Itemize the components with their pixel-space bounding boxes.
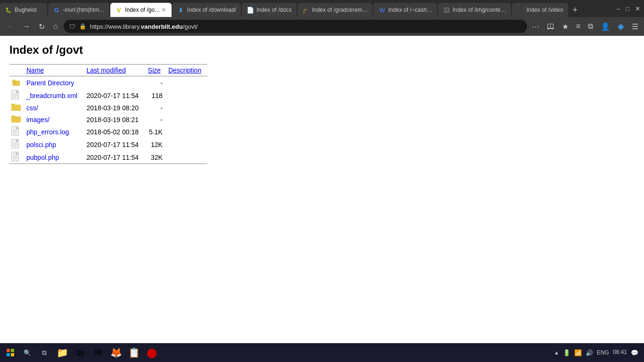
row-size-cell: - xyxy=(146,114,166,125)
sort-by-size-link[interactable]: Size xyxy=(148,66,161,74)
parent-dir-icon: ↑ xyxy=(11,81,21,88)
pocket-button[interactable]: 🕮 xyxy=(545,20,556,33)
tab-tab9[interactable]: IIndex of /video xyxy=(512,3,568,17)
row-modified-cell: 2018-03-19 08:21 xyxy=(85,114,146,125)
close-button[interactable]: ✕ xyxy=(635,5,640,12)
synced-tabs-icon[interactable]: ⧉ xyxy=(586,20,595,33)
tab-tab1[interactable]: 🐛Bugheist xyxy=(0,3,47,17)
firefox-icon: 🦊 xyxy=(110,347,122,358)
row-icon-cell xyxy=(9,102,25,114)
app7-icon: 📋 xyxy=(128,347,140,358)
th-name: Name xyxy=(25,65,85,76)
account-icon[interactable]: 👤 xyxy=(599,20,612,33)
shield-icon: 🛡 xyxy=(69,23,75,30)
row-description-cell xyxy=(166,151,207,164)
taskbar-store-button[interactable]: 🛍 xyxy=(72,344,89,361)
forward-button[interactable]: → xyxy=(20,20,33,33)
reload-button[interactable]: ↻ xyxy=(36,20,48,33)
row-name-cell: css/ xyxy=(25,102,85,114)
menu-button[interactable]: ☰ xyxy=(630,20,640,33)
file-icon xyxy=(11,155,19,163)
row-name-link[interactable]: css/ xyxy=(26,104,38,112)
new-tab-button[interactable]: + xyxy=(569,3,582,17)
row-name-link[interactable]: Parent Directory xyxy=(26,79,74,87)
bookmark-button[interactable]: ★ xyxy=(560,20,570,33)
taskbar-firefox-button[interactable]: 🦊 xyxy=(107,344,124,361)
tab-tab3[interactable]: VIndex of /go…✕ xyxy=(110,3,172,17)
back-button[interactable]: ← xyxy=(4,20,17,33)
row-icon-cell xyxy=(9,89,25,102)
taskbar-files-button[interactable]: 📁 xyxy=(54,344,71,361)
sort-by-desc-link[interactable]: Description xyxy=(168,66,201,74)
tab-favicon-tab3: V xyxy=(115,6,123,14)
table-row: css/2018-03-19 08:20- xyxy=(9,102,207,114)
row-modified-cell: 2018-05-02 00:18 xyxy=(85,125,146,138)
tab-favicon-tab2: G xyxy=(53,6,60,14)
taskbar-apps: 🔍 ⧉ 📁 🛍 ✉ 🦊 📋 ⬤ xyxy=(20,344,549,361)
row-name-cell: pubpol.php xyxy=(25,151,85,164)
row-modified-cell: 2018-03-19 08:20 xyxy=(85,102,146,114)
table-footer-row xyxy=(9,164,207,166)
svg-rect-22 xyxy=(11,152,19,161)
directory-table: Name Last modified Size Description ↑ Pa… xyxy=(9,64,207,166)
taskbar-app7-button[interactable]: 📋 xyxy=(125,344,142,361)
volume-icon: 🔊 xyxy=(586,349,593,356)
tab-tab6[interactable]: 🎓Index of /gradcerem… xyxy=(297,3,373,17)
file-icon xyxy=(11,93,19,101)
tab-tab5[interactable]: 📄Index of /docs xyxy=(242,3,297,17)
tab-tab2[interactable]: G-inurl:(htm|htm… xyxy=(48,3,109,17)
sort-by-modified-link[interactable]: Last modified xyxy=(87,66,126,74)
row-size-cell: - xyxy=(146,76,166,90)
store-icon: 🛍 xyxy=(75,347,85,358)
edge-icon[interactable]: ◆ xyxy=(616,19,626,33)
address-bar[interactable]: 🛡 🔒 https://www.library.vanderbilt.edu/g… xyxy=(64,20,527,33)
svg-text:↑: ↑ xyxy=(14,81,16,85)
more-options-button[interactable]: ⋯ xyxy=(530,20,541,33)
folder-icon xyxy=(11,105,21,113)
row-name-cell: php_errors.log xyxy=(25,125,85,138)
sort-by-name-link[interactable]: Name xyxy=(26,66,44,74)
page-content: Index of /govt Name Last modified Size D… xyxy=(0,36,644,343)
tab-favicon-tab8: 🖼 xyxy=(443,6,450,14)
logo-cell-2 xyxy=(11,349,14,352)
page-title: Index of /govt xyxy=(9,43,635,57)
tab-close-tab3[interactable]: ✕ xyxy=(160,6,167,14)
row-modified-cell: 2020-07-17 11:54 xyxy=(85,89,146,102)
maximize-button[interactable]: □ xyxy=(626,5,629,12)
th-modified: Last modified xyxy=(85,65,146,76)
taskbar-clock[interactable]: 06:41 xyxy=(613,349,627,356)
home-button[interactable]: ⌂ xyxy=(50,20,61,33)
taskbar-app8-button[interactable]: ⬤ xyxy=(143,344,160,361)
tab-favicon-tab5: 📄 xyxy=(247,6,254,14)
tab-tab8[interactable]: 🖼Index of /img/conte… xyxy=(438,3,511,17)
row-name-cell: images/ xyxy=(25,114,85,125)
tab-label-tab3: Index of /go… xyxy=(125,7,160,13)
row-name-cell: _breadcrumb.xml xyxy=(25,89,85,102)
taskbar-search-button[interactable]: 🔍 xyxy=(20,344,35,361)
tab-tab7[interactable]: WIndex of /~cash… xyxy=(373,3,437,17)
row-name-link[interactable]: polsci.php xyxy=(26,141,56,148)
url-text: https://www.library.vanderbilt.edu/govt/ xyxy=(90,23,521,30)
folder-icon xyxy=(11,117,21,124)
table-row: pubpol.php2020-07-17 11:5432K xyxy=(9,151,207,164)
row-name-link[interactable]: pubpol.php xyxy=(26,154,59,161)
reading-list-icon[interactable]: ≡ xyxy=(574,20,582,33)
up-arrow-icon[interactable]: ▲ xyxy=(554,350,559,355)
task-view-icon: ⧉ xyxy=(42,349,47,357)
minimize-button[interactable]: – xyxy=(617,5,620,12)
tab-tab4[interactable]: ⬇Index of /download/ xyxy=(173,3,241,17)
window-controls: – □ ✕ xyxy=(613,5,644,12)
clock-time: 06:41 xyxy=(613,349,627,356)
row-name-link[interactable]: _breadcrumb.xml xyxy=(26,92,77,99)
row-name-link[interactable]: php_errors.log xyxy=(26,128,69,136)
taskbar-mail-button[interactable]: ✉ xyxy=(90,344,107,361)
taskbar-taskview-button[interactable]: ⧉ xyxy=(36,344,53,361)
lock-icon: 🔒 xyxy=(79,23,86,30)
start-button[interactable] xyxy=(2,344,19,361)
row-name-link[interactable]: images/ xyxy=(26,116,50,123)
notification-icon[interactable]: 💬 xyxy=(631,349,638,356)
tab-label-tab9: Index of /video xyxy=(527,7,563,13)
svg-rect-9 xyxy=(11,104,15,106)
row-description-cell xyxy=(166,125,207,138)
taskbar: 🔍 ⧉ 📁 🛍 ✉ 🦊 📋 ⬤ ▲ xyxy=(0,343,644,362)
